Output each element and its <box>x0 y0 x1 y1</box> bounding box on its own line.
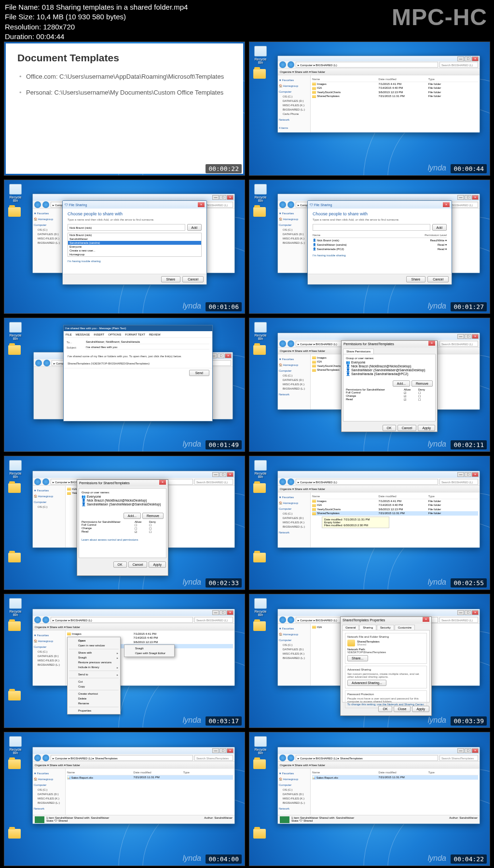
recycle-bin-icon[interactable]: Recycle Bin <box>8 736 23 754</box>
close-icon[interactable]: × <box>428 341 435 346</box>
lynda-watermark <box>428 302 446 310</box>
lynda-watermark <box>428 854 446 863</box>
file-sharing-dialog[interactable]: 🛡 File Sharing× Choose people to share w… <box>307 200 452 285</box>
forward-button[interactable] <box>288 61 294 68</box>
remove-user-button[interactable]: Remove <box>412 380 433 387</box>
desktop-folder-icon[interactable] <box>253 829 267 843</box>
desktop-folder-icon[interactable] <box>8 345 22 360</box>
frame-3: Recycle Bin —□× ▸ Computer ▸ BIGSHARED (… <box>4 180 245 314</box>
add-button[interactable]: Add <box>187 224 202 231</box>
explorer-toolbar[interactable]: Organize ▾ Share with ▾ New folder <box>278 69 480 75</box>
desktop-folder-icon[interactable] <box>253 345 267 360</box>
apply-button[interactable]: Apply <box>418 425 435 431</box>
address-bar[interactable]: ▸ Computer ▸ BIGSHARED (L) <box>296 62 438 68</box>
recycle-bin-icon[interactable]: Recycle Bin <box>8 460 23 477</box>
desktop-folder-icon[interactable] <box>253 621 267 636</box>
email-compose-window[interactable]: I've shared files with you - Message (Pl… <box>63 325 213 421</box>
cancel-button[interactable]: Cancel <box>427 276 449 282</box>
search-input[interactable]: Search BIGSHARED (L) <box>439 62 478 68</box>
ok-button[interactable]: OK <box>383 425 396 431</box>
recycle-bin-icon[interactable]: Recycle Bin <box>8 184 23 201</box>
add-button[interactable]: Add <box>432 224 447 231</box>
frame-10: Recycle Bin —□× ▸ Computer ▸ BIGSHARED (… <box>249 594 490 728</box>
maximize-button[interactable]: □ <box>465 56 471 61</box>
recycle-bin-icon[interactable]: Recycle Bin <box>253 184 268 201</box>
frame-9: Recycle Bin —□× ▸ Computer ▸ BIGSHARED (… <box>4 594 245 728</box>
timestamp: 00:04:00 <box>206 854 242 864</box>
add-user-button[interactable]: Add... <box>393 380 410 387</box>
app-watermark: MPC-HC <box>392 4 487 30</box>
recycle-bin-icon[interactable]: Recycle Bin <box>253 46 268 63</box>
users-listbox[interactable]: 👥 Everyone 👤 Nick Brazzi (NickBrazzi@Nic… <box>346 361 433 379</box>
desktop-folder-icon[interactable] <box>253 69 267 84</box>
context-menu[interactable]: Open Open in new window Share with SnagI… <box>67 637 121 714</box>
lynda-watermark <box>428 164 446 172</box>
share-button[interactable]: Share <box>406 276 426 282</box>
desktop-folder-icon[interactable] <box>253 759 267 774</box>
desktop-folder-icon[interactable] <box>8 553 22 567</box>
desktop-folder-icon[interactable] <box>8 621 22 636</box>
recycle-bin-icon[interactable]: Recycle Bin <box>253 598 268 616</box>
frame-5: Recycle Bin —□× ▸ Computer ▸ BIGSHARED (… <box>4 318 245 452</box>
desktop-folder-icon[interactable] <box>8 759 22 774</box>
ribbon-tabs[interactable]: FILEMESSAGEINSERTOPTIONSFORMAT TEXTREVIE… <box>64 331 212 338</box>
desktop-folder-icon[interactable] <box>253 483 267 498</box>
window-titlebar[interactable]: — □ × <box>278 56 480 61</box>
recycle-bin-icon[interactable]: Recycle Bin <box>253 460 268 477</box>
folder-properties-dialog[interactable]: SharedTemplates Properties× General Shar… <box>340 616 432 716</box>
frame-12: Recycle Bin —□× ▸ Computer ▸ BIGSHARED (… <box>249 732 490 866</box>
explorer-window[interactable]: —□× ▸ Computer ▸ BIGSHARED (L) ▸ SharedT… <box>32 747 235 824</box>
share-dropdown-list[interactable]: Nick Brazzi (nick) SandraWaiser SandraHa… <box>68 233 202 257</box>
close-button[interactable]: × <box>472 56 479 61</box>
desktop-folder-icon[interactable] <box>8 829 22 843</box>
timestamp: 00:00:22 <box>206 164 242 173</box>
explorer-window[interactable]: —□× ▸ Computer ▸ BIGSHARED (L) ▸ SharedT… <box>277 747 480 824</box>
close-icon[interactable]: × <box>198 202 205 207</box>
lynda-watermark <box>183 854 201 863</box>
permissions-dialog[interactable]: Permissions for SharedTemplates× Share P… <box>341 340 438 432</box>
share-name-input[interactable] <box>313 224 430 231</box>
desktop-folder-icon[interactable] <box>8 207 22 222</box>
slide-bullet-1: Office.com: C:\Users\username\AppData\Ro… <box>17 72 232 82</box>
subject-field[interactable]: I've shared files with you <box>86 345 209 350</box>
timestamp: 00:02:11 <box>451 440 487 449</box>
share-name-input[interactable]: Nick Brazzi (nick) <box>68 224 185 231</box>
back-button[interactable] <box>279 61 286 68</box>
recycle-bin-icon[interactable]: Recycle Bin <box>8 322 23 339</box>
compose-title: I've shared files with you - Message (Pl… <box>64 325 212 331</box>
desktop-folder-icon[interactable] <box>253 207 267 222</box>
recycle-bin-icon[interactable]: Recycle Bin <box>253 322 268 339</box>
recycle-bin-icon[interactable]: Recycle Bin <box>253 736 268 754</box>
timestamp: 00:01:27 <box>451 302 487 311</box>
desktop-folder-icon[interactable] <box>253 553 267 567</box>
explorer-window[interactable]: — □ × ▸ Computer ▸ BIGSHARED (L) Search … <box>277 56 480 133</box>
explorer-content[interactable]: NameDate modifiedType Images7/1/2015 4:4… <box>311 75 480 132</box>
file-sharing-dialog[interactable]: 🛡 File Sharing× Choose people to share w… <box>62 200 207 285</box>
cancel-button[interactable]: Cancel <box>182 276 204 282</box>
explorer-window[interactable]: —□× ▸ Computer ▸ BIGSHARED (L)Search BIG… <box>277 471 480 548</box>
cancel-button[interactable]: Cancel <box>398 425 417 431</box>
lynda-watermark <box>183 302 201 310</box>
message-body[interactable]: I've shared some of my files or folders … <box>64 352 212 368</box>
share-user-row: 👤 SandraHarada (PC2)Read ▾ <box>313 247 447 251</box>
send-button[interactable]: Send <box>189 370 209 376</box>
share-button[interactable]: Share <box>161 276 181 282</box>
timestamp: 00:02:33 <box>206 578 242 588</box>
share-button[interactable]: Share... <box>347 655 368 661</box>
permissions-dialog[interactable]: Permissions for SharedTemplates× Group o… <box>77 479 168 576</box>
explorer-sidebar[interactable]: ★ Favorites 🏠 Homegroup Computer OS (C:)… <box>278 75 311 132</box>
lynda-watermark <box>428 716 446 725</box>
advanced-sharing-button[interactable]: Advanced Sharing... <box>347 680 386 686</box>
desktop-folder-icon[interactable] <box>8 483 22 498</box>
to-field[interactable]: SandraWaiser; NickBrazzi; SandraHarada <box>86 340 209 344</box>
timestamp: 00:00:44 <box>451 164 487 173</box>
tooltip: Date modified: 7/21/2015 11:31 PM Empty … <box>322 517 389 528</box>
timestamp: 00:01:49 <box>206 440 242 449</box>
minimize-button[interactable]: — <box>457 56 464 61</box>
list-item: Images7/1/2015 4:41 PMFile folder <box>312 82 478 86</box>
close-icon[interactable]: × <box>443 202 450 207</box>
recycle-bin-icon[interactable]: Recycle Bin <box>8 598 23 616</box>
share-user-row: 👤 Nick Brazzi (nick)Read/Write ▾ <box>313 238 447 242</box>
desktop-folder-icon[interactable] <box>8 691 22 705</box>
context-submenu[interactable]: SnagIt Open with Snagit Editor <box>124 644 175 657</box>
